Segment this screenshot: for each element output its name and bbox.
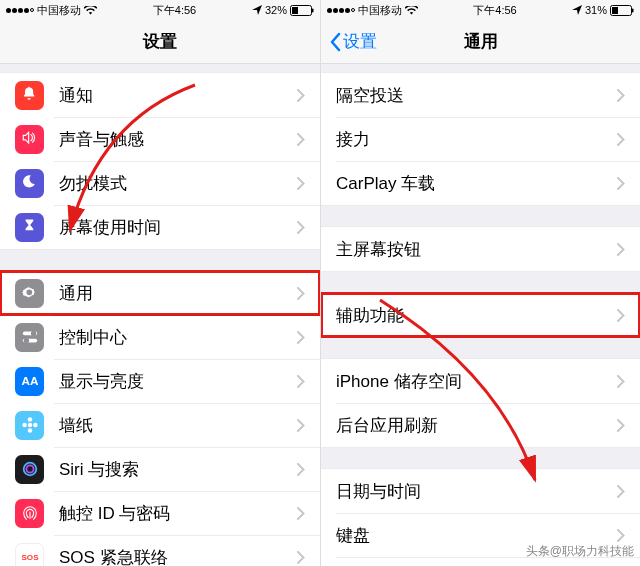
row-label: 通知 bbox=[59, 84, 297, 107]
row-label: 屏幕使用时间 bbox=[59, 216, 297, 239]
chevron-right-icon bbox=[297, 331, 305, 344]
row-label: 主屏幕按钮 bbox=[336, 238, 617, 261]
chevron-right-icon bbox=[297, 89, 305, 102]
moon-icon bbox=[15, 169, 44, 198]
hourglass-icon bbox=[15, 213, 44, 242]
flower-icon bbox=[15, 411, 44, 440]
svg-rect-19 bbox=[612, 7, 618, 14]
chevron-right-icon bbox=[297, 177, 305, 190]
row-general[interactable]: 通用 bbox=[0, 271, 320, 315]
row-sos[interactable]: SOSSOS 紧急联络 bbox=[0, 535, 320, 566]
back-button[interactable]: 设置 bbox=[329, 30, 377, 53]
row-control-center[interactable]: 控制中心 bbox=[0, 315, 320, 359]
svg-point-4 bbox=[30, 331, 35, 336]
battery-pct: 32% bbox=[265, 4, 287, 16]
row-label: 辅助功能 bbox=[336, 304, 617, 327]
switches-icon bbox=[15, 323, 44, 352]
row-label: 隔空投送 bbox=[336, 84, 617, 107]
row-label: 通用 bbox=[59, 282, 297, 305]
location-icon bbox=[572, 5, 582, 15]
nav-bar: 设置 通用 bbox=[321, 20, 640, 64]
row-label: 接力 bbox=[336, 128, 617, 151]
row-label: CarPlay 车载 bbox=[336, 172, 617, 195]
row-label: 触控 ID 与密码 bbox=[59, 502, 297, 525]
row-touchid[interactable]: 触控 ID 与密码 bbox=[0, 491, 320, 535]
svg-point-11 bbox=[22, 423, 27, 428]
chevron-right-icon bbox=[297, 419, 305, 432]
location-icon bbox=[252, 5, 262, 15]
row-label: Siri 与搜索 bbox=[59, 458, 297, 481]
row-label: 显示与亮度 bbox=[59, 370, 297, 393]
chevron-right-icon bbox=[297, 133, 305, 146]
svg-point-9 bbox=[27, 417, 32, 422]
chevron-right-icon bbox=[297, 287, 305, 300]
row-handoff[interactable]: 接力 bbox=[321, 117, 640, 161]
sos-icon: SOS bbox=[15, 543, 44, 567]
nav-bar: 设置 bbox=[0, 20, 320, 64]
left-screenshot: 中国移动 下午4:56 32% 设置 通知声音与触感勿扰模式屏幕使用时间通用控制… bbox=[0, 0, 320, 566]
row-notifications[interactable]: 通知 bbox=[0, 73, 320, 117]
row-carplay[interactable]: CarPlay 车载 bbox=[321, 161, 640, 205]
row-label: 墙纸 bbox=[59, 414, 297, 437]
nav-title: 通用 bbox=[464, 30, 498, 53]
time-label: 下午4:56 bbox=[473, 3, 516, 18]
back-label: 设置 bbox=[343, 30, 377, 53]
battery-icon bbox=[290, 5, 314, 16]
right-screenshot: 中国移动 下午4:56 31% 设置 通用 隔空投送接力CarPlay 车载主屏… bbox=[320, 0, 640, 566]
chevron-right-icon bbox=[617, 529, 625, 542]
chevron-right-icon bbox=[617, 375, 625, 388]
status-bar: 中国移动 下午4:56 32% bbox=[0, 0, 320, 20]
battery-icon bbox=[610, 5, 634, 16]
signal-icon bbox=[327, 8, 355, 13]
watermark: 头条@职场力科技能 bbox=[526, 543, 634, 560]
time-label: 下午4:56 bbox=[153, 3, 196, 18]
svg-point-6 bbox=[23, 338, 28, 343]
row-accessibility[interactable]: 辅助功能 bbox=[321, 293, 640, 337]
row-background-refresh[interactable]: 后台应用刷新 bbox=[321, 403, 640, 447]
chevron-right-icon bbox=[617, 485, 625, 498]
row-iphone-storage[interactable]: iPhone 储存空间 bbox=[321, 359, 640, 403]
speaker-icon bbox=[15, 125, 44, 154]
bell-icon bbox=[15, 81, 44, 110]
svg-point-10 bbox=[27, 428, 32, 433]
chevron-right-icon bbox=[297, 221, 305, 234]
row-airdrop[interactable]: 隔空投送 bbox=[321, 73, 640, 117]
row-display[interactable]: AA显示与亮度 bbox=[0, 359, 320, 403]
svg-text:SOS: SOS bbox=[21, 553, 39, 562]
carrier-label: 中国移动 bbox=[358, 3, 402, 18]
settings-list[interactable]: 通知声音与触感勿扰模式屏幕使用时间通用控制中心AA显示与亮度墙纸Siri 与搜索… bbox=[0, 64, 320, 566]
chevron-right-icon bbox=[617, 133, 625, 146]
siri-icon bbox=[15, 455, 44, 484]
chevron-left-icon bbox=[329, 32, 341, 52]
row-sounds[interactable]: 声音与触感 bbox=[0, 117, 320, 161]
battery-pct: 31% bbox=[585, 4, 607, 16]
row-label: 控制中心 bbox=[59, 326, 297, 349]
row-date-time[interactable]: 日期与时间 bbox=[321, 469, 640, 513]
svg-point-8 bbox=[27, 423, 32, 428]
chevron-right-icon bbox=[297, 551, 305, 564]
chevron-right-icon bbox=[617, 243, 625, 256]
row-screentime[interactable]: 屏幕使用时间 bbox=[0, 205, 320, 249]
row-dnd[interactable]: 勿扰模式 bbox=[0, 161, 320, 205]
chevron-right-icon bbox=[297, 507, 305, 520]
gear-icon bbox=[15, 279, 44, 308]
row-wallpaper[interactable]: 墙纸 bbox=[0, 403, 320, 447]
svg-text:AA: AA bbox=[21, 374, 38, 387]
row-label: iPhone 储存空间 bbox=[336, 370, 617, 393]
svg-rect-20 bbox=[632, 8, 634, 12]
wifi-icon bbox=[84, 6, 97, 15]
svg-point-14 bbox=[26, 465, 33, 472]
svg-point-12 bbox=[33, 423, 38, 428]
chevron-right-icon bbox=[617, 309, 625, 322]
nav-title: 设置 bbox=[143, 30, 177, 53]
chevron-right-icon bbox=[617, 419, 625, 432]
row-label: SOS 紧急联络 bbox=[59, 546, 297, 567]
row-label: 勿扰模式 bbox=[59, 172, 297, 195]
row-siri[interactable]: Siri 与搜索 bbox=[0, 447, 320, 491]
row-home-button[interactable]: 主屏幕按钮 bbox=[321, 227, 640, 271]
svg-rect-1 bbox=[292, 7, 298, 14]
general-list[interactable]: 隔空投送接力CarPlay 车载主屏幕按钮辅助功能iPhone 储存空间后台应用… bbox=[321, 64, 640, 566]
carrier-label: 中国移动 bbox=[37, 3, 81, 18]
chevron-right-icon bbox=[297, 375, 305, 388]
row-label: 声音与触感 bbox=[59, 128, 297, 151]
